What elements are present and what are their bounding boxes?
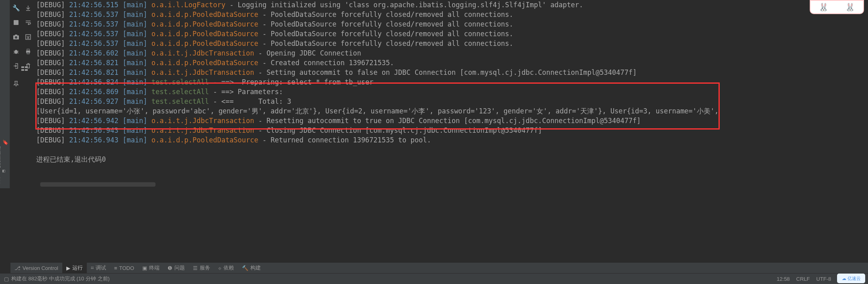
tab-label: 依赖 [223, 264, 234, 272]
log-line: [DEBUG] 21:42:56.537 [main] o.a.i.d.p.Po… [36, 29, 868, 39]
log-line: [User{id=1, username='小张', password='abc… [36, 106, 868, 116]
build-status-text: 构建在 882毫秒 中成功完成 (10 分钟 之前) [11, 275, 110, 282]
tool-window-tabs: ⎇Version Control▶运行⌗调试≡TODO▣终端❶问题☰服务⟐依赖🔨… [10, 262, 868, 273]
status-bar: ▢ 构建在 882毫秒 中成功完成 (10 分钟 之前) 12:58 CRLF … [0, 273, 868, 284]
toolbar-column-2 [22, 0, 34, 70]
stop-icon[interactable] [12, 19, 20, 27]
console-output[interactable]: [DEBUG] 21:42:56.515 [main] o.a.i.l.LogF… [36, 0, 868, 188]
toolbar-column-1: 🔧 [10, 0, 22, 88]
bookmarks-tool-label[interactable]: Bookmarks [0, 146, 1, 168]
tab-label: 终端 [149, 264, 160, 272]
log-line: [DEBUG] 21:42:56.927 [main] test.selectA… [36, 97, 868, 106]
tab-icon: ☰ [193, 265, 198, 271]
tab-label: TODO [119, 265, 134, 271]
svg-point-4 [14, 50, 18, 54]
log-line: [DEBUG] 21:42:56.869 [main] test.selectA… [36, 87, 868, 97]
tool-tab[interactable]: ▣终端 [138, 263, 164, 273]
tool-tab[interactable]: ⌗调试 [87, 263, 110, 273]
log-line: [DEBUG] 21:42:56.515 [main] o.a.i.l.LogF… [36, 0, 868, 10]
horizontal-scrollbar[interactable] [40, 182, 156, 187]
pin-icon[interactable] [12, 80, 20, 88]
tool-tab[interactable]: ⎇Version Control [10, 263, 62, 273]
log-line: [DEBUG] 21:42:56.821 [main] o.a.i.d.p.Po… [36, 58, 868, 68]
log-line: [DEBUG] 21:42:56.824 [main] test.selectA… [36, 77, 868, 87]
tab-icon: ▣ [142, 265, 147, 271]
tab-icon: ⟐ [218, 265, 221, 271]
tool-tab[interactable]: ≡TODO [110, 263, 138, 273]
build-status-icon: ▢ [4, 276, 9, 282]
tab-label: 问题 [174, 264, 185, 272]
tab-icon: ▶ [66, 265, 70, 271]
tool-tab[interactable]: 🔨构建 [238, 263, 265, 273]
exit-icon[interactable] [12, 62, 20, 70]
log-line: [DEBUG] 21:42:56.821 [main] o.a.i.t.j.Jd… [36, 68, 868, 77]
left-sidebar: 🔖 Bookmarks ◧ 结构 [0, 0, 10, 188]
mascot-decoration: 🐰🐰 [810, 0, 864, 14]
download-icon[interactable] [24, 4, 32, 12]
svg-line-8 [17, 53, 18, 53]
wrench-icon[interactable]: 🔧 [12, 4, 20, 12]
log-line: [DEBUG] 21:42:56.537 [main] o.a.i.d.p.Po… [36, 19, 868, 29]
tool-tab[interactable]: ❶问题 [164, 263, 189, 273]
tab-icon: ⌗ [91, 265, 94, 271]
log-line: [DEBUG] 21:42:56.943 [main] o.a.i.d.p.Po… [36, 135, 868, 145]
svg-line-6 [17, 51, 18, 51]
tab-label: 调试 [96, 264, 106, 272]
tab-icon: 🔨 [242, 265, 248, 271]
log-line: [DEBUG] 21:42:56.602 [main] o.a.i.t.j.Jd… [36, 48, 868, 58]
tab-icon: ≡ [114, 265, 117, 271]
tab-icon: ❶ [168, 265, 172, 271]
tool-tab[interactable]: ⟐依赖 [214, 263, 238, 273]
watermark-badge: ☁亿速云 [837, 274, 865, 283]
trash-icon[interactable] [24, 62, 32, 70]
wrap-icon[interactable] [24, 19, 32, 27]
svg-rect-12 [27, 52, 29, 54]
svg-line-5 [14, 51, 15, 51]
structure-tool-label[interactable]: 结构 [0, 177, 1, 186]
status-line-ending[interactable]: CRLF [796, 276, 810, 282]
log-line: [DEBUG] 21:42:56.537 [main] o.a.i.d.p.Po… [36, 39, 868, 48]
status-time: 12:58 [777, 276, 790, 282]
svg-line-7 [14, 53, 15, 53]
tool-tab[interactable]: ☰服务 [189, 263, 214, 273]
tab-label: 运行 [72, 264, 83, 272]
svg-rect-3 [15, 35, 17, 36]
log-line: [DEBUG] 21:42:56.537 [main] o.a.i.d.p.Po… [36, 10, 868, 19]
tool-tab[interactable]: ▶运行 [62, 263, 87, 273]
tab-icon: ⎇ [14, 265, 20, 271]
tab-label: Version Control [23, 265, 58, 271]
tab-label: 构建 [250, 264, 261, 272]
status-encoding[interactable]: UTF-8 [816, 276, 831, 282]
svg-rect-0 [14, 20, 18, 25]
tab-label: 服务 [200, 264, 210, 272]
bookmark-icon: 🔖 [2, 140, 8, 145]
svg-point-2 [15, 36, 17, 39]
exit-message: 进程已结束,退出代码0 [36, 154, 868, 164]
structure-icon: ◧ [2, 168, 5, 173]
log-line: [DEBUG] 21:42:56.942 [main] o.a.i.t.j.Jd… [36, 116, 868, 126]
svg-rect-11 [27, 49, 29, 51]
camera-icon[interactable] [12, 33, 20, 41]
log-line: [DEBUG] 21:42:56.943 [main] o.a.i.t.j.Jd… [36, 126, 868, 135]
bug-icon[interactable] [12, 47, 20, 56]
scroll-end-icon[interactable] [24, 33, 32, 41]
print-icon[interactable] [24, 47, 32, 56]
